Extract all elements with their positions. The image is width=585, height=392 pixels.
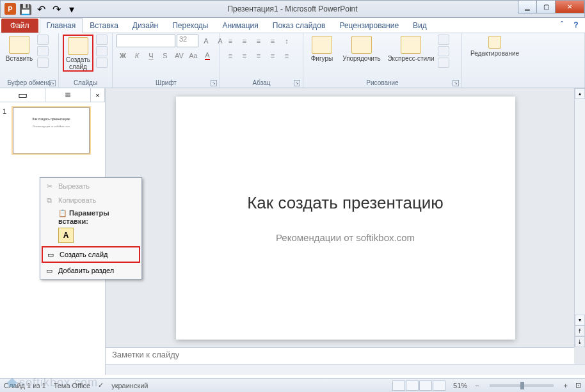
shape-outline-button[interactable] <box>438 46 449 56</box>
app-icon[interactable]: P <box>3 2 17 16</box>
tab-review[interactable]: Рецензирование <box>332 18 406 33</box>
maximize-button[interactable]: ▢ <box>536 1 556 13</box>
clipboard-launcher[interactable]: ↘ <box>49 80 56 86</box>
minimize-button[interactable]: ▁ <box>518 1 537 13</box>
close-icon: × <box>95 91 99 99</box>
thumbs-close[interactable]: × <box>91 88 105 102</box>
underline-button[interactable]: Ч <box>145 49 157 62</box>
italic-button[interactable]: К <box>131 49 143 62</box>
tab-home[interactable]: Главная <box>40 18 83 33</box>
thumb-1[interactable]: 1 Как создать презентацию Рекомендации о… <box>0 102 105 159</box>
status-theme: Тема Office <box>54 382 91 389</box>
justify-button[interactable]: ≡ <box>266 49 279 62</box>
ctx-cut: ✂ Вырезать <box>42 179 140 193</box>
scroll-up-button[interactable]: ▴ <box>575 88 585 99</box>
zoom-slider[interactable] <box>490 384 554 387</box>
line-spacing-button[interactable]: ↕ <box>280 35 293 47</box>
indent-dec-button[interactable]: ≡ <box>252 35 265 47</box>
paste-option-keep-text[interactable]: A <box>58 228 74 243</box>
minimize-ribbon-button[interactable]: ˆ <box>557 20 567 30</box>
shapes-button[interactable]: Фигуры <box>307 35 337 62</box>
thumbs-tab-slides[interactable]: ▭ <box>0 88 45 102</box>
slide-title[interactable]: Как создать презентацию <box>247 193 444 213</box>
copy-button[interactable] <box>37 46 49 56</box>
ctx-new-slide[interactable]: ▭ Создать слайд <box>43 247 139 262</box>
undo-button[interactable]: ↶ <box>34 2 48 16</box>
group-drawing-label: Рисование↘ <box>307 78 458 88</box>
reset-button[interactable] <box>96 46 108 56</box>
find-icon <box>488 36 501 49</box>
shadow-button[interactable]: AV <box>173 49 186 62</box>
align-center-button[interactable]: ≡ <box>238 49 251 62</box>
grow-font-button[interactable]: A <box>200 35 212 47</box>
redo-button[interactable]: ↷ <box>49 2 63 16</box>
zoom-out-button[interactable]: − <box>475 382 479 389</box>
layout-button[interactable] <box>96 35 108 45</box>
align-right-button[interactable]: ≡ <box>252 49 265 62</box>
view-normal-button[interactable] <box>392 380 405 391</box>
font-name-select[interactable] <box>116 35 175 47</box>
view-sorter-button[interactable] <box>406 380 419 391</box>
tab-view[interactable]: Вид <box>406 18 434 33</box>
tab-animation[interactable]: Анимация <box>215 18 265 33</box>
group-clipboard-label: Буфер обмена↘ <box>4 78 54 88</box>
tab-transitions[interactable]: Переходы <box>165 18 215 33</box>
draw-launcher[interactable]: ↘ <box>453 80 459 86</box>
font-size-select[interactable]: 32 <box>177 35 198 47</box>
new-slide-button[interactable]: Создать слайд <box>63 35 93 72</box>
prev-slide-button[interactable]: ⭱ <box>575 325 585 336</box>
group-paragraph-label: Абзац↘ <box>224 78 299 88</box>
file-tab[interactable]: Файл <box>1 19 38 33</box>
para-launcher[interactable]: ↘ <box>294 80 300 86</box>
notes-pane[interactable]: Заметки к слайду <box>106 347 574 364</box>
zoom-in-button[interactable]: + <box>564 382 568 389</box>
format-painter-button[interactable] <box>37 58 49 68</box>
status-spellcheck-icon[interactable]: ✓ <box>98 381 104 389</box>
cut-button[interactable] <box>37 35 49 45</box>
fit-window-button[interactable]: ⊡ <box>575 381 581 389</box>
paste-button[interactable]: Вставить <box>4 35 35 62</box>
indent-inc-button[interactable]: ≡ <box>266 35 279 47</box>
window-title: Презентация1 - Microsoft PowerPoint <box>1 4 584 13</box>
font-launcher[interactable]: ↘ <box>211 80 217 86</box>
find-button[interactable]: Редактирование <box>466 35 524 57</box>
view-slideshow-button[interactable] <box>433 380 445 391</box>
tab-slideshow[interactable]: Показ слайдов <box>266 18 333 33</box>
align-left-button[interactable]: ≡ <box>224 49 237 62</box>
shape-effects-button[interactable] <box>438 58 449 68</box>
slide-subtitle[interactable]: Рекомендации от softikbox.com <box>276 232 415 243</box>
help-button[interactable]: ? <box>571 20 581 30</box>
tab-insert[interactable]: Вставка <box>83 18 125 33</box>
qat-customize[interactable]: ▾ <box>65 2 79 16</box>
strike-button[interactable]: S <box>159 49 172 62</box>
scroll-down-button[interactable]: ▾ <box>575 315 585 325</box>
columns-button[interactable]: ≡ <box>280 49 293 62</box>
arrange-button[interactable]: Упорядочить <box>339 35 384 62</box>
arrange-icon <box>351 36 372 54</box>
group-slides-label: Слайды <box>63 78 108 88</box>
ctx-add-section[interactable]: ▭ Добавить раздел <box>42 263 140 278</box>
zoom-level[interactable]: 51% <box>453 382 467 389</box>
close-button[interactable]: ✕ <box>555 1 584 13</box>
save-button[interactable]: 💾 <box>19 2 33 16</box>
numbering-button[interactable]: ≡ <box>238 35 251 47</box>
section-button[interactable] <box>96 58 108 68</box>
group-editing: Редактирование <box>462 33 585 88</box>
tab-design[interactable]: Дизайн <box>125 18 165 33</box>
ctx-copy: ⧉ Копировать <box>42 193 140 207</box>
bold-button[interactable]: Ж <box>116 49 129 62</box>
case-button[interactable]: Aa <box>187 49 200 62</box>
bullets-button[interactable]: ≡ <box>224 35 237 47</box>
vertical-scrollbar[interactable]: ▴ ▾ ⭱ ⭳ <box>574 88 585 347</box>
horizontal-scrollbar[interactable] <box>106 364 585 375</box>
font-color-button[interactable]: A <box>201 49 214 62</box>
group-font-label: Шрифт↘ <box>116 78 216 88</box>
shape-fill-button[interactable] <box>438 35 449 45</box>
thumbs-tab-outline[interactable]: ≡ <box>45 88 91 102</box>
quick-access-toolbar: P 💾 ↶ ↷ ▾ <box>1 2 81 16</box>
next-slide-button[interactable]: ⭳ <box>575 336 585 347</box>
view-reading-button[interactable] <box>419 380 432 391</box>
slide[interactable]: Как создать презентацию Рекомендации от … <box>176 97 515 340</box>
status-language[interactable]: украинский <box>111 382 148 389</box>
quick-styles-button[interactable]: Экспресс-стили <box>387 35 435 62</box>
